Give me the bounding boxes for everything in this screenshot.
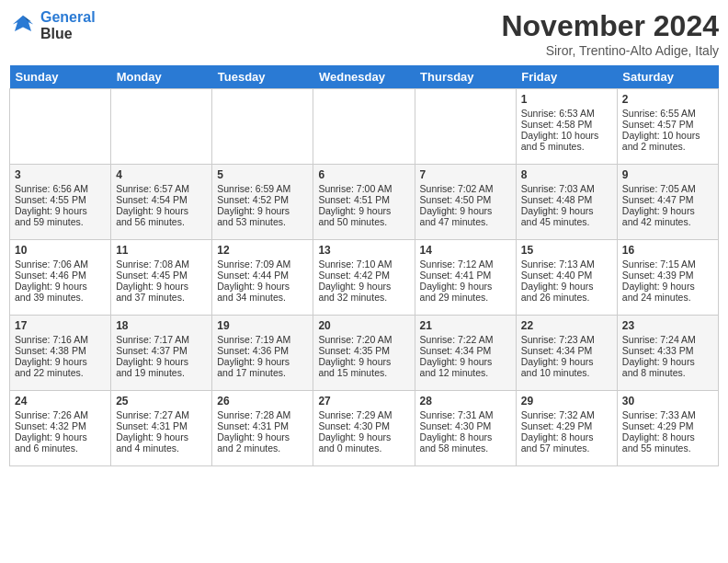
day-info-line: Sunset: 4:37 PM [116,345,207,356]
day-info-line: Daylight: 9 hours and 4 minutes. [116,431,207,454]
day-info-line: Sunset: 4:47 PM [622,194,713,205]
logo-text-general: General [40,9,96,25]
day-info-line: Daylight: 9 hours and 2 minutes. [217,431,308,454]
calendar-cell: 17Sunrise: 7:16 AMSunset: 4:38 PMDayligh… [10,316,111,391]
calendar-cell: 30Sunrise: 7:33 AMSunset: 4:29 PMDayligh… [617,391,718,466]
day-number: 11 [116,244,207,257]
day-info-line: Sunrise: 7:12 AM [420,259,511,270]
day-number: 22 [521,319,612,332]
day-number: 30 [622,395,713,408]
day-info-line: Daylight: 8 hours and 55 minutes. [622,431,713,454]
day-number: 20 [318,319,409,332]
calendar-header-row: SundayMondayTuesdayWednesdayThursdayFrid… [10,65,719,89]
day-info-line: Sunset: 4:42 PM [318,270,409,281]
day-info-line: Daylight: 8 hours and 58 minutes. [420,431,511,454]
day-info-line: Sunrise: 7:24 AM [622,334,713,345]
day-info-line: Sunset: 4:35 PM [318,345,409,356]
day-info-line: Sunrise: 6:55 AM [622,108,713,119]
logo: General Blue [9,9,96,41]
calendar-cell: 3Sunrise: 6:56 AMSunset: 4:55 PMDaylight… [10,165,111,240]
day-info-line: Daylight: 9 hours and 19 minutes. [116,356,207,378]
day-info-line: Daylight: 9 hours and 12 minutes. [420,356,511,378]
day-number: 12 [217,244,308,257]
day-info-line: Sunrise: 7:29 AM [318,409,409,420]
day-number: 10 [15,244,106,257]
calendar-cell: 25Sunrise: 7:27 AMSunset: 4:31 PMDayligh… [111,391,212,466]
day-number: 18 [116,319,207,332]
week-row-0: 1Sunrise: 6:53 AMSunset: 4:58 PMDaylight… [10,89,719,165]
day-info-line: Sunset: 4:38 PM [15,345,106,356]
day-number: 2 [622,93,713,106]
calendar-cell [415,89,516,165]
day-info-line: Sunrise: 7:02 AM [420,183,511,194]
day-info-line: Sunrise: 6:57 AM [116,183,207,194]
day-info-line: Sunrise: 7:16 AM [15,334,106,345]
calendar-cell: 19Sunrise: 7:19 AMSunset: 4:36 PMDayligh… [212,316,313,391]
day-number: 5 [217,168,308,181]
column-header-tuesday: Tuesday [212,65,313,89]
day-info-line: Daylight: 9 hours and 6 minutes. [15,431,106,454]
day-number: 13 [318,244,409,257]
day-info-line: Daylight: 8 hours and 57 minutes. [521,431,612,454]
day-info-line: Sunrise: 6:59 AM [217,183,308,194]
calendar-cell: 1Sunrise: 6:53 AMSunset: 4:58 PMDaylight… [516,89,617,165]
day-info-line: Daylight: 9 hours and 26 minutes. [521,281,612,303]
day-info-line: Daylight: 9 hours and 32 minutes. [318,281,409,303]
calendar-table: SundayMondayTuesdayWednesdayThursdayFrid… [9,65,719,466]
day-info-line: Sunset: 4:34 PM [420,345,511,356]
calendar-cell: 4Sunrise: 6:57 AMSunset: 4:54 PMDaylight… [111,165,212,240]
calendar-cell: 16Sunrise: 7:15 AMSunset: 4:39 PMDayligh… [617,240,718,316]
week-row-3: 17Sunrise: 7:16 AMSunset: 4:38 PMDayligh… [10,316,719,391]
day-info-line: Sunset: 4:50 PM [420,194,511,205]
column-header-thursday: Thursday [415,65,516,89]
calendar-cell: 13Sunrise: 7:10 AMSunset: 4:42 PMDayligh… [313,240,415,316]
day-info-line: Sunset: 4:58 PM [521,119,612,130]
day-info-line: Sunset: 4:30 PM [420,420,511,431]
day-number: 1 [521,93,612,106]
day-number: 23 [622,319,713,332]
day-info-line: Daylight: 9 hours and 10 minutes. [521,356,612,378]
logo-icon [9,12,37,40]
logo-text-blue: Blue [40,26,73,41]
calendar-cell: 10Sunrise: 7:06 AMSunset: 4:46 PMDayligh… [10,240,111,316]
day-info-line: Sunset: 4:33 PM [622,345,713,356]
column-header-wednesday: Wednesday [313,65,415,89]
calendar-cell [212,89,313,165]
calendar-cell [111,89,212,165]
day-info-line: Sunrise: 7:05 AM [622,183,713,194]
day-number: 9 [622,168,713,181]
day-info-line: Sunrise: 7:09 AM [217,259,308,270]
day-info-line: Daylight: 9 hours and 53 minutes. [217,205,308,227]
day-info-line: Sunrise: 7:26 AM [15,409,106,420]
day-info-line: Daylight: 9 hours and 8 minutes. [622,356,713,378]
day-info-line: Sunset: 4:41 PM [420,270,511,281]
day-number: 26 [217,395,308,408]
day-number: 19 [217,319,308,332]
day-info-line: Sunrise: 7:23 AM [521,334,612,345]
column-header-monday: Monday [111,65,212,89]
calendar-cell: 14Sunrise: 7:12 AMSunset: 4:41 PMDayligh… [415,240,516,316]
day-number: 15 [521,244,612,257]
calendar-cell: 12Sunrise: 7:09 AMSunset: 4:44 PMDayligh… [212,240,313,316]
day-info-line: Sunrise: 7:10 AM [318,259,409,270]
day-info-line: Daylight: 9 hours and 24 minutes. [622,281,713,303]
day-info-line: Sunset: 4:55 PM [15,194,106,205]
calendar-cell: 18Sunrise: 7:17 AMSunset: 4:37 PMDayligh… [111,316,212,391]
day-info-line: Sunrise: 7:17 AM [116,334,207,345]
day-info-line: Daylight: 9 hours and 45 minutes. [521,205,612,227]
calendar-cell: 5Sunrise: 6:59 AMSunset: 4:52 PMDaylight… [212,165,313,240]
day-number: 24 [15,395,106,408]
day-info-line: Sunrise: 7:27 AM [116,409,207,420]
day-info-line: Sunset: 4:40 PM [521,270,612,281]
day-info-line: Sunset: 4:48 PM [521,194,612,205]
day-info-line: Sunrise: 7:00 AM [318,183,409,194]
day-info-line: Daylight: 9 hours and 37 minutes. [116,281,207,303]
day-info-line: Sunrise: 7:20 AM [318,334,409,345]
day-info-line: Sunset: 4:45 PM [116,270,207,281]
calendar-cell: 2Sunrise: 6:55 AMSunset: 4:57 PMDaylight… [617,89,718,165]
day-number: 3 [15,168,106,181]
day-info-line: Sunrise: 7:31 AM [420,409,511,420]
day-info-line: Sunset: 4:34 PM [521,345,612,356]
calendar-cell: 26Sunrise: 7:28 AMSunset: 4:31 PMDayligh… [212,391,313,466]
calendar-cell: 7Sunrise: 7:02 AMSunset: 4:50 PMDaylight… [415,165,516,240]
